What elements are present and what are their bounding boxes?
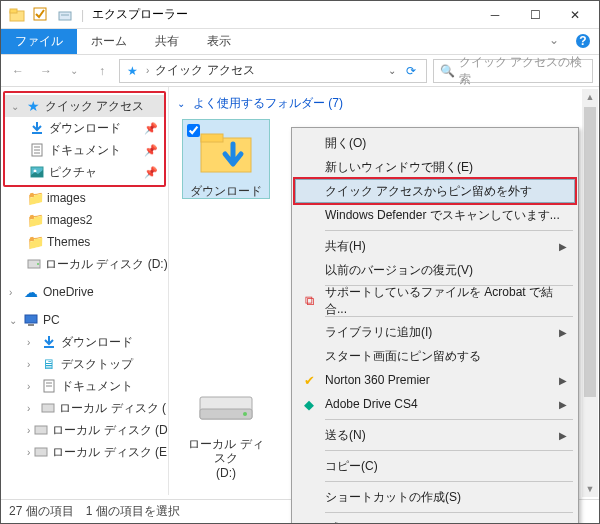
ribbon-expand-button[interactable]: ⌄ (541, 29, 567, 54)
scroll-thumb[interactable] (584, 107, 596, 397)
nav-pc-local-c[interactable]: › ローカル ディスク ( (3, 397, 166, 419)
search-input[interactable]: 🔍 クイック アクセスの検索 (433, 59, 593, 83)
breadcrumb-dropdown[interactable]: ⌄ (384, 65, 400, 76)
cm-properties[interactable]: プロパティ(R) (295, 516, 575, 524)
cm-norton[interactable]: ✔Norton 360 Premier▶ (295, 368, 575, 392)
tab-file[interactable]: ファイル (1, 29, 77, 54)
folder-icon: 📁 (27, 190, 43, 206)
cm-restore-versions[interactable]: 以前のバージョンの復元(V) (295, 258, 575, 282)
pin-icon: 📌 (144, 166, 158, 179)
scroll-up-button[interactable]: ▲ (582, 89, 598, 105)
nav-themes[interactable]: 📁 Themes (3, 231, 166, 253)
nav-downloads[interactable]: ダウンロード 📌 (5, 117, 164, 139)
back-button[interactable]: ← (7, 60, 29, 82)
cm-separator (325, 481, 573, 482)
nav-pc-downloads[interactable]: › ダウンロード (3, 331, 166, 353)
chevron-right-icon: ▶ (559, 375, 567, 386)
help-button[interactable]: ? (567, 29, 599, 54)
adobe-icon: ◆ (301, 396, 317, 412)
cm-separator (325, 230, 573, 231)
chevron-right-icon: ▶ (559, 430, 567, 441)
item-local-disk-d[interactable]: ローカル ディスク (D:) (183, 377, 269, 480)
breadcrumb-separator: › (140, 65, 155, 76)
cm-open-new-window[interactable]: 新しいウィンドウで開く(E) (295, 155, 575, 179)
cloud-icon: ☁ (23, 284, 39, 300)
scroll-down-button[interactable]: ▼ (582, 481, 598, 497)
nav-images[interactable]: 📁 images (3, 187, 166, 209)
pin-icon: 📌 (144, 144, 158, 157)
nav-pc-desktop[interactable]: ›🖥 デスクトップ (3, 353, 166, 375)
svg-text:?: ? (579, 34, 586, 48)
selection-count: 1 個の項目を選択 (86, 503, 180, 520)
cm-add-to-library[interactable]: ライブラリに追加(I)▶ (295, 320, 575, 344)
maximize-button[interactable]: ☐ (515, 2, 555, 28)
qat-folder-icon[interactable] (57, 7, 73, 23)
section-header[interactable]: ⌄ よく使用するフォルダー (7) (177, 91, 591, 120)
svg-rect-26 (201, 134, 223, 142)
forward-button[interactable]: → (35, 60, 57, 82)
cm-acrobat-combine[interactable]: ⧉サポートしているファイルを Acrobat で結合... (295, 289, 575, 313)
desktop-icon: 🖥 (41, 356, 57, 372)
refresh-button[interactable]: ⟳ (400, 64, 422, 78)
drive-icon (192, 377, 260, 433)
drive-icon (27, 256, 41, 272)
svg-rect-3 (59, 12, 71, 20)
drive-icon (34, 422, 48, 438)
nav-local-disk-d[interactable]: ローカル ディスク (D:) (3, 253, 166, 275)
close-button[interactable]: ✕ (555, 2, 595, 28)
nav-pc-local-d[interactable]: › ローカル ディスク (D:) (3, 419, 166, 441)
cm-pin-to-start[interactable]: スタート画面にピン留めする (295, 344, 575, 368)
cm-defender-scan[interactable]: Windows Defender でスキャンしています... (295, 203, 575, 227)
document-icon (41, 378, 57, 394)
svg-rect-23 (35, 426, 47, 434)
nav-onedrive[interactable]: ›☁ OneDrive (3, 281, 166, 303)
tab-home[interactable]: ホーム (77, 29, 141, 54)
qat-checkbox-icon[interactable] (33, 7, 49, 23)
nav-pc[interactable]: ⌄ PC (3, 309, 166, 331)
cm-unpin-quick-access[interactable]: クイック アクセスからピン留めを外す (295, 179, 575, 203)
chevron-right-icon: ▶ (559, 241, 567, 252)
nav-pc-documents[interactable]: › ドキュメント (3, 375, 166, 397)
folder-download-icon (192, 124, 260, 180)
cm-share[interactable]: 共有(H)▶ (295, 234, 575, 258)
history-dropdown[interactable]: ⌄ (63, 60, 85, 82)
nav-pc-local-e[interactable]: › ローカル ディスク (E:) (3, 441, 166, 463)
drive-icon (34, 444, 48, 460)
folder-icon: 📁 (27, 212, 43, 228)
svg-rect-17 (28, 324, 34, 326)
scrollbar-vertical[interactable]: ▲ ▼ (582, 89, 598, 497)
navigation-pane: ⌄★ クイック アクセス ダウンロード 📌 ドキュメント 📌 ピクチャ 📌 📁 … (1, 87, 169, 495)
tab-view[interactable]: 表示 (193, 29, 245, 54)
quick-access-star-icon: ★ (124, 64, 140, 78)
nav-pictures[interactable]: ピクチャ 📌 (5, 161, 164, 183)
chevron-right-icon: ▶ (559, 327, 567, 338)
cm-separator (325, 450, 573, 451)
cm-create-shortcut[interactable]: ショートカットの作成(S) (295, 485, 575, 509)
address-bar-row: ← → ⌄ ↑ ★ › クイック アクセス ⌄ ⟳ 🔍 クイック アクセスの検索 (1, 55, 599, 87)
nav-quick-access[interactable]: ⌄★ クイック アクセス (5, 95, 164, 117)
pin-icon: 📌 (144, 122, 158, 135)
picture-icon (29, 164, 45, 180)
app-icon (9, 7, 25, 23)
download-icon (41, 334, 57, 350)
cm-copy[interactable]: コピー(C) (295, 454, 575, 478)
search-icon: 🔍 (440, 64, 455, 78)
ribbon-tabs: ファイル ホーム 共有 表示 ⌄ ? (1, 29, 599, 55)
minimize-button[interactable]: ─ (475, 2, 515, 28)
item-downloads[interactable]: ダウンロード (183, 120, 269, 198)
tab-share[interactable]: 共有 (141, 29, 193, 54)
nav-documents[interactable]: ドキュメント 📌 (5, 139, 164, 161)
star-icon: ★ (25, 98, 41, 114)
nav-images2[interactable]: 📁 images2 (3, 209, 166, 231)
download-icon (29, 120, 45, 136)
search-placeholder: クイック アクセスの検索 (459, 54, 586, 88)
cm-separator (325, 512, 573, 513)
cm-open[interactable]: 開く(O) (295, 131, 575, 155)
context-menu: 開く(O) 新しいウィンドウで開く(E) クイック アクセスからピン留めを外す … (291, 127, 579, 524)
cm-send-to[interactable]: 送る(N)▶ (295, 423, 575, 447)
breadcrumb[interactable]: ★ › クイック アクセス ⌄ ⟳ (119, 59, 427, 83)
cm-adobe-drive[interactable]: ◆Adobe Drive CS4▶ (295, 392, 575, 416)
svg-rect-24 (35, 448, 47, 456)
item-checkbox[interactable] (187, 124, 200, 137)
up-button[interactable]: ↑ (91, 60, 113, 82)
